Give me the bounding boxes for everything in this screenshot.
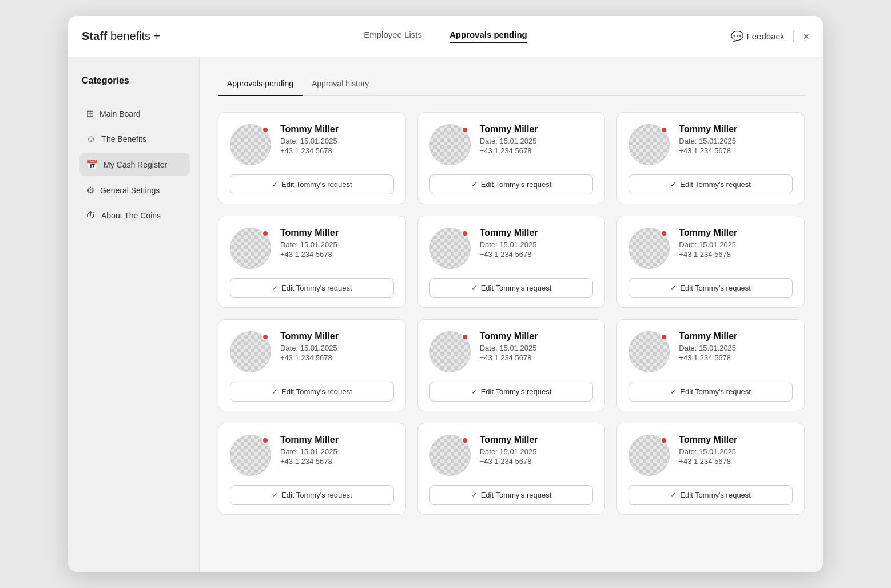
edit-request-label: Edit Tommy's request: [680, 491, 751, 499]
card-phone: +43 1 234 5678: [679, 457, 793, 466]
edit-request-button[interactable]: ✓ Edit Tommy's request: [629, 382, 793, 402]
avatar-wrap: [429, 331, 471, 372]
edit-request-button[interactable]: ✓ Edit Tommy's request: [429, 278, 594, 298]
avatar-wrap: [429, 124, 471, 165]
edit-request-button[interactable]: ✓ Edit Tommy's request: [629, 174, 793, 194]
check-icon: ✓: [670, 284, 677, 292]
card-top: Tommy Miller Date: 15.01.2025 +43 1 234 …: [429, 228, 594, 269]
edit-request-button[interactable]: ✓ Edit Tommy's request: [629, 485, 793, 505]
app-window: Staff benefits + Employee Lists Approval…: [68, 16, 823, 572]
card-phone: +43 1 234 5678: [280, 353, 394, 362]
card-top: Tommy Miller Date: 15.01.2025 +43 1 234 …: [230, 228, 394, 269]
card-top: Tommy Miller Date: 15.01.2025 +43 1 234 …: [230, 331, 394, 372]
card-phone: +43 1 234 5678: [480, 353, 594, 362]
card-info: Tommy Miller Date: 15.01.2025 +43 1 234 …: [480, 435, 594, 466]
sidebar-item-label: About The Coins: [101, 211, 161, 220]
edit-request-label: Edit Tommy's request: [281, 284, 352, 292]
avatar-wrap: [429, 228, 471, 269]
close-button[interactable]: ×: [803, 31, 809, 42]
avatar-wrap: [629, 228, 670, 269]
card-top: Tommy Miller Date: 15.01.2025 +43 1 234 …: [629, 331, 793, 372]
edit-request-button[interactable]: ✓ Edit Tommy's request: [429, 174, 594, 194]
card-info: Tommy Miller Date: 15.01.2025 +43 1 234 …: [480, 124, 594, 155]
card-info: Tommy Miller Date: 15.01.2025 +43 1 234 …: [679, 124, 793, 155]
check-icon: ✓: [471, 180, 478, 189]
avatar-wrap: [629, 435, 670, 476]
check-icon: ✓: [670, 180, 677, 189]
approval-card: Tommy Miller Date: 15.01.2025 +43 1 234 …: [417, 423, 606, 515]
card-info: Tommy Miller Date: 15.01.2025 +43 1 234 …: [280, 331, 394, 362]
card-name: Tommy Miller: [280, 435, 394, 445]
check-icon: ✓: [471, 491, 478, 499]
sidebar-item-the-benefits[interactable]: ☺ The Benefits: [79, 128, 190, 150]
edit-request-button[interactable]: ✓ Edit Tommy's request: [230, 174, 394, 194]
approval-card: Tommy Miller Date: 15.01.2025 +43 1 234 …: [616, 112, 805, 204]
tabs-bar: Approvals pending Approval history: [218, 73, 805, 96]
feedback-button[interactable]: 💬 Feedback: [731, 30, 785, 43]
edit-request-label: Edit Tommy's request: [281, 180, 352, 189]
edit-request-label: Edit Tommy's request: [481, 284, 552, 292]
approval-card: Tommy Miller Date: 15.01.2025 +43 1 234 …: [616, 423, 805, 515]
card-phone: +43 1 234 5678: [679, 146, 793, 155]
card-date: Date: 15.01.2025: [480, 240, 594, 249]
logo-light: benefits +: [107, 30, 160, 42]
card-date: Date: 15.01.2025: [280, 240, 394, 249]
feedback-label: Feedback: [747, 31, 785, 41]
edit-request-button[interactable]: ✓ Edit Tommy's request: [230, 485, 394, 505]
topbar-nav: Employee Lists Approvals pending: [364, 30, 527, 43]
avatar-wrap: [429, 435, 471, 476]
tab-approvals-pending[interactable]: Approvals pending: [218, 73, 303, 96]
card-phone: +43 1 234 5678: [480, 457, 594, 466]
approval-card: Tommy Miller Date: 15.01.2025 +43 1 234 …: [218, 423, 406, 515]
edit-request-label: Edit Tommy's request: [281, 491, 352, 499]
tab-approval-history[interactable]: Approval history: [303, 73, 378, 96]
sidebar-item-about-coins[interactable]: ⏱ About The Coins: [79, 204, 190, 227]
edit-request-button[interactable]: ✓ Edit Tommy's request: [230, 382, 394, 402]
approval-card: Tommy Miller Date: 15.01.2025 +43 1 234 …: [417, 112, 606, 204]
check-icon: ✓: [272, 180, 278, 189]
card-name: Tommy Miller: [679, 124, 793, 134]
card-phone: +43 1 234 5678: [280, 457, 394, 466]
card-info: Tommy Miller Date: 15.01.2025 +43 1 234 …: [679, 331, 793, 362]
notification-dot: [262, 333, 269, 340]
card-date: Date: 15.01.2025: [480, 344, 594, 352]
card-phone: +43 1 234 5678: [280, 146, 394, 155]
nav-approvals-pending[interactable]: Approvals pending: [450, 30, 527, 43]
card-top: Tommy Miller Date: 15.01.2025 +43 1 234 …: [629, 228, 793, 269]
card-top: Tommy Miller Date: 15.01.2025 +43 1 234 …: [629, 435, 793, 476]
sidebar-item-general-settings[interactable]: ⚙ General Settings: [79, 178, 190, 202]
check-icon: ✓: [471, 387, 478, 396]
notification-dot: [462, 230, 468, 237]
topbar-right: 💬 Feedback ×: [731, 30, 809, 43]
approval-card: Tommy Miller Date: 15.01.2025 +43 1 234 …: [218, 112, 406, 204]
card-name: Tommy Miller: [480, 331, 594, 341]
edit-request-button[interactable]: ✓ Edit Tommy's request: [230, 278, 394, 298]
check-icon: ✓: [471, 284, 478, 292]
card-name: Tommy Miller: [679, 331, 793, 341]
edit-request-button[interactable]: ✓ Edit Tommy's request: [429, 485, 594, 505]
card-name: Tommy Miller: [480, 124, 594, 134]
card-top: Tommy Miller Date: 15.01.2025 +43 1 234 …: [429, 331, 594, 372]
card-date: Date: 15.01.2025: [679, 240, 793, 249]
edit-request-label: Edit Tommy's request: [481, 491, 552, 499]
edit-request-button[interactable]: ✓ Edit Tommy's request: [429, 382, 594, 402]
check-icon: ✓: [670, 491, 677, 499]
sidebar-item-main-board[interactable]: ⊞ Main Board: [79, 102, 190, 125]
notification-dot: [661, 333, 667, 340]
topbar: Staff benefits + Employee Lists Approval…: [68, 16, 823, 57]
nav-employee-lists[interactable]: Employee Lists: [364, 30, 422, 43]
edit-request-label: Edit Tommy's request: [481, 180, 552, 189]
topbar-divider: [793, 31, 794, 42]
sidebar-item-label: Main Board: [100, 109, 141, 118]
main-content: Approvals pending Approval history Tommy…: [200, 57, 823, 572]
edit-request-button[interactable]: ✓ Edit Tommy's request: [629, 278, 793, 298]
avatar-wrap: [629, 331, 670, 372]
sidebar-item-cash-register[interactable]: 📅 My Cash Register: [79, 153, 190, 176]
card-top: Tommy Miller Date: 15.01.2025 +43 1 234 …: [230, 124, 394, 165]
notification-dot: [462, 333, 468, 340]
sidebar-item-label: The Benefits: [101, 134, 146, 144]
main-board-icon: ⊞: [86, 108, 94, 119]
edit-request-label: Edit Tommy's request: [680, 180, 751, 189]
card-info: Tommy Miller Date: 15.01.2025 +43 1 234 …: [480, 331, 594, 362]
card-name: Tommy Miller: [480, 228, 594, 238]
